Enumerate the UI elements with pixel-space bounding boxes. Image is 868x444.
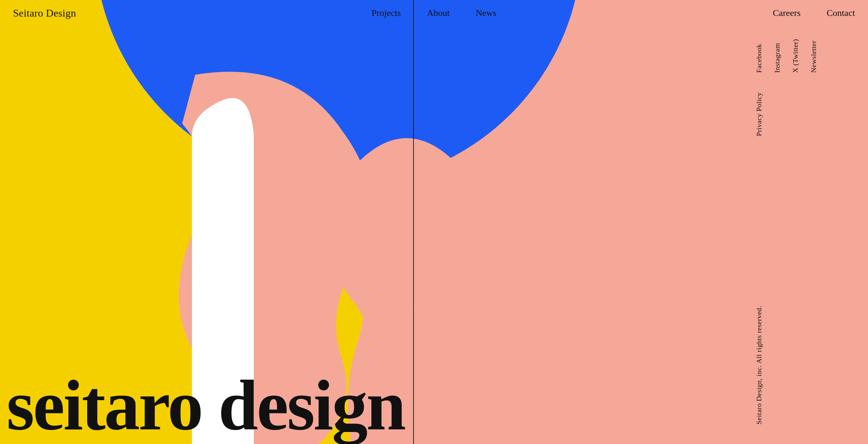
right-sidebar: Facebook Instagram X (Twitter) Newslette…: [739, 0, 868, 444]
main-nav: Projects About News: [372, 8, 496, 18]
header: Seitaro Design Projects About News Caree…: [0, 0, 868, 26]
facebook-link[interactable]: Facebook: [755, 39, 763, 73]
twitter-link[interactable]: X (Twitter): [791, 39, 800, 73]
page-container: Seitaro Design Projects About News Caree…: [0, 0, 868, 444]
newsletter-link[interactable]: Newsletter: [809, 39, 818, 73]
nav-about[interactable]: About: [427, 8, 450, 18]
copyright-section: Seitaro Design, inc. All rights reserved…: [755, 306, 858, 424]
nav-news[interactable]: News: [476, 8, 496, 18]
hero-text: seitaro design: [6, 373, 405, 438]
privacy-policy-link[interactable]: Privacy Policy: [755, 92, 763, 136]
privacy-section: Privacy Policy: [755, 92, 858, 136]
logo[interactable]: Seitaro Design: [13, 7, 76, 19]
social-links: Facebook Instagram X (Twitter) Newslette…: [755, 39, 858, 73]
instagram-link[interactable]: Instagram: [773, 39, 781, 73]
nav-projects[interactable]: Projects: [372, 8, 401, 18]
svg-point-2: [192, 106, 254, 167]
copyright-text: Seitaro Design, inc. All rights reserved…: [755, 306, 763, 424]
divider-line: [413, 0, 414, 444]
